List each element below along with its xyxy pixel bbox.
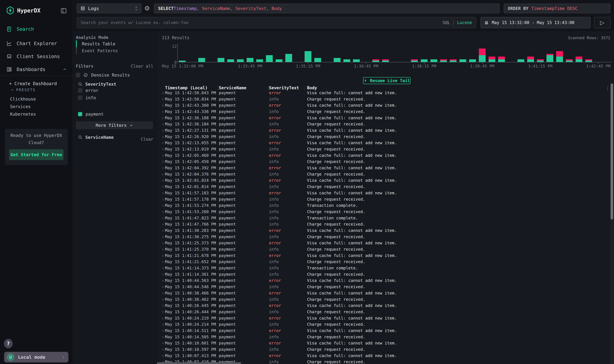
row-expand-chevron-icon[interactable]: › bbox=[162, 272, 164, 277]
histogram-bar[interactable] bbox=[431, 59, 437, 62]
row-expand-chevron-icon[interactable]: › bbox=[162, 222, 164, 227]
table-row[interactable]: ›May 15 1:41:57.183 PMpaymenterrorVisa c… bbox=[157, 190, 614, 196]
row-expand-chevron-icon[interactable]: › bbox=[162, 228, 164, 233]
row-expand-chevron-icon[interactable]: › bbox=[162, 278, 164, 283]
table-row[interactable]: ›May 15 1:41:21.652 PMpaymentinfoCharge … bbox=[157, 259, 614, 265]
row-expand-chevron-icon[interactable]: › bbox=[162, 203, 164, 208]
table-row[interactable]: ›May 15 1:42:05.460 PMpaymenterrorVisa c… bbox=[157, 152, 614, 158]
histogram-bar[interactable] bbox=[459, 59, 466, 62]
row-expand-chevron-icon[interactable]: › bbox=[162, 322, 164, 327]
row-expand-chevron-icon[interactable]: › bbox=[162, 97, 164, 102]
table-row[interactable]: ›May 15 1:42:50.843 PMpaymenterrorVisa c… bbox=[157, 90, 614, 96]
histogram-bar[interactable] bbox=[469, 59, 476, 62]
table-row[interactable]: ›May 15 1:41:57.178 PMpaymentinfoCharge … bbox=[157, 196, 614, 202]
histogram-bar[interactable] bbox=[518, 59, 524, 62]
row-expand-chevron-icon[interactable]: › bbox=[162, 172, 164, 177]
row-expand-chevron-icon[interactable]: › bbox=[162, 184, 164, 189]
resume-live-tail-button[interactable]: Resume Live Tail bbox=[363, 77, 410, 84]
preset-kubernetes[interactable]: Kubernetes bbox=[10, 111, 63, 117]
table-row[interactable]: ›May 15 1:42:04.376 PMpaymentinfoCharge … bbox=[157, 171, 614, 177]
row-expand-chevron-icon[interactable]: › bbox=[162, 353, 164, 358]
row-expand-chevron-icon[interactable]: › bbox=[162, 328, 164, 333]
table-row[interactable]: ›May 15 1:41:14.373 PMpaymentinfoTransac… bbox=[157, 265, 614, 271]
row-expand-chevron-icon[interactable]: › bbox=[162, 259, 164, 264]
row-expand-chevron-icon[interactable]: › bbox=[162, 316, 164, 321]
more-filters-button[interactable]: More filters bbox=[76, 121, 153, 129]
row-expand-chevron-icon[interactable]: › bbox=[162, 116, 164, 120]
sidebar-collapse-icon[interactable] bbox=[60, 7, 67, 14]
checkbox-icon[interactable] bbox=[78, 96, 82, 100]
table-row[interactable]: ›May 15 1:41:21.678 PMpaymenterrorVisa c… bbox=[157, 252, 614, 259]
table-row[interactable]: ›May 15 1:40:26.444 PMpaymentinfoCharge … bbox=[157, 309, 614, 315]
row-expand-chevron-icon[interactable]: › bbox=[162, 303, 164, 308]
histogram-bar[interactable] bbox=[266, 55, 273, 62]
histogram-bar[interactable] bbox=[285, 54, 292, 62]
row-expand-chevron-icon[interactable]: › bbox=[162, 109, 164, 114]
table-row[interactable]: ›May 15 1:42:50.834 PMpaymentinfoCharge … bbox=[157, 96, 614, 102]
table-row[interactable]: ›May 15 1:40:10.597 PMpaymentinfoCharge … bbox=[157, 346, 614, 352]
histogram-bar[interactable] bbox=[305, 51, 311, 62]
table-row[interactable]: ›May 15 1:40:26.445 PMpaymenterrorVisa c… bbox=[157, 302, 614, 309]
date-range-picker[interactable]: May 15 13:32:00 - May 15 13:43:00 bbox=[481, 17, 590, 28]
analysis-mode-results-table[interactable]: Results Table bbox=[76, 40, 153, 47]
row-expand-chevron-icon[interactable]: › bbox=[162, 253, 164, 258]
row-expand-chevron-icon[interactable]: › bbox=[162, 310, 164, 314]
row-expand-chevron-icon[interactable]: › bbox=[162, 197, 164, 202]
table-row[interactable]: ›May 15 1:40:44.546 PMpaymentinfoCharge … bbox=[157, 284, 614, 290]
histogram-bar[interactable] bbox=[314, 58, 321, 62]
query-language-toggle[interactable]: SQL | Lucene bbox=[443, 20, 472, 25]
filter-option-error[interactable]: error bbox=[78, 88, 98, 93]
create-dashboard-button[interactable]: + Create Dashboard bbox=[9, 81, 67, 87]
histogram-bar[interactable] bbox=[498, 57, 505, 62]
histogram-bar[interactable] bbox=[237, 59, 244, 62]
table-row[interactable]: ›May 15 1:40:10.601 PMpaymenterrorVisa c… bbox=[157, 340, 614, 346]
row-expand-chevron-icon[interactable]: › bbox=[162, 291, 164, 296]
table-row[interactable]: ›May 15 1:42:01.824 PMpaymenterrorVisa c… bbox=[157, 177, 614, 184]
histogram-bar[interactable] bbox=[450, 59, 457, 62]
histogram-bar[interactable] bbox=[179, 61, 186, 62]
table-row[interactable]: ›May 15 1:40:38.462 PMpaymentinfoCharge … bbox=[157, 296, 614, 302]
table-row[interactable]: ›May 15 1:41:53.260 PMpaymentinfoCharge … bbox=[157, 208, 614, 215]
histogram-bar[interactable] bbox=[556, 51, 563, 62]
table-row[interactable]: ›May 15 1:40:14.505 PMpaymentinfoCharge … bbox=[157, 334, 614, 340]
help-button[interactable]: ? bbox=[4, 339, 13, 348]
table-row[interactable]: ›May 15 1:40:44.563 PMpaymenterrorVisa c… bbox=[157, 277, 614, 284]
table-row[interactable]: ›May 15 1:42:13.055 PMpaymenterrorVisa c… bbox=[157, 140, 614, 146]
checkbox-icon[interactable] bbox=[78, 88, 82, 92]
order-by-input[interactable]: ORDER BY TimestampTime DESC bbox=[504, 4, 610, 13]
table-row[interactable]: ›May 15 1:40:24.214 PMpaymentinfoCharge … bbox=[157, 321, 614, 327]
row-expand-chevron-icon[interactable]: › bbox=[162, 91, 164, 95]
table-row[interactable]: ›May 15 1:41:25.373 PMpaymenterrorVisa c… bbox=[157, 240, 614, 246]
row-expand-chevron-icon[interactable]: › bbox=[162, 266, 164, 270]
histogram-bar[interactable] bbox=[218, 58, 224, 62]
histogram-bar[interactable] bbox=[411, 59, 418, 62]
lang-sql-option[interactable]: SQL bbox=[443, 20, 450, 25]
table-row[interactable]: ›May 15 1:42:36.188 PMpaymenterrorVisa c… bbox=[157, 115, 614, 121]
user-menu[interactable]: U Local mode bbox=[4, 352, 68, 363]
sidebar-item-dashboards[interactable]: Dashboards bbox=[6, 65, 67, 74]
table-row[interactable]: ›May 15 1:41:14.361 PMpaymentinfoCharge … bbox=[157, 271, 614, 277]
row-expand-chevron-icon[interactable]: › bbox=[162, 191, 164, 195]
table-row[interactable]: ›May 15 1:41:25.370 PMpaymentinfoCharge … bbox=[157, 246, 614, 252]
row-expand-chevron-icon[interactable]: › bbox=[162, 209, 164, 214]
clear-service-filter-link[interactable]: Clear bbox=[138, 137, 153, 142]
histogram-bar[interactable] bbox=[343, 59, 350, 62]
vertical-scrollbar-thumb[interactable] bbox=[611, 83, 613, 220]
filter-option-payment[interactable]: ✓payment bbox=[78, 112, 104, 117]
table-row[interactable]: ›May 15 1:42:27.131 PMpaymenterrorVisa c… bbox=[157, 127, 614, 133]
histogram-bar[interactable] bbox=[382, 59, 389, 62]
row-expand-chevron-icon[interactable]: › bbox=[162, 216, 164, 221]
search-icon[interactable] bbox=[78, 135, 82, 140]
table-row[interactable]: ›May 15 1:41:47.766 PMpaymentinfoCharge … bbox=[157, 221, 614, 227]
denoise-checkbox[interactable]: Denoise Results bbox=[76, 73, 130, 78]
histogram-bar[interactable] bbox=[198, 58, 205, 62]
table-row[interactable]: ›May 15 1:42:26.920 PMpaymentinfoCharge … bbox=[157, 133, 614, 140]
table-row[interactable]: ›May 15 1:41:30.283 PMpaymenterrorVisa c… bbox=[157, 227, 614, 234]
histogram-bar[interactable] bbox=[256, 59, 263, 62]
histogram-bar[interactable] bbox=[566, 59, 573, 62]
checkbox-checked-icon[interactable]: ✓ bbox=[78, 112, 82, 116]
table-row[interactable]: ›May 15 1:41:47.823 PMpaymentinfoTransac… bbox=[157, 215, 614, 221]
horizontal-scrollbar-thumb[interactable] bbox=[157, 362, 241, 364]
sidebar-item-chart-explorer[interactable]: Chart Explorer bbox=[6, 39, 67, 48]
preset-clickhouse[interactable]: Clickhouse bbox=[10, 96, 63, 102]
